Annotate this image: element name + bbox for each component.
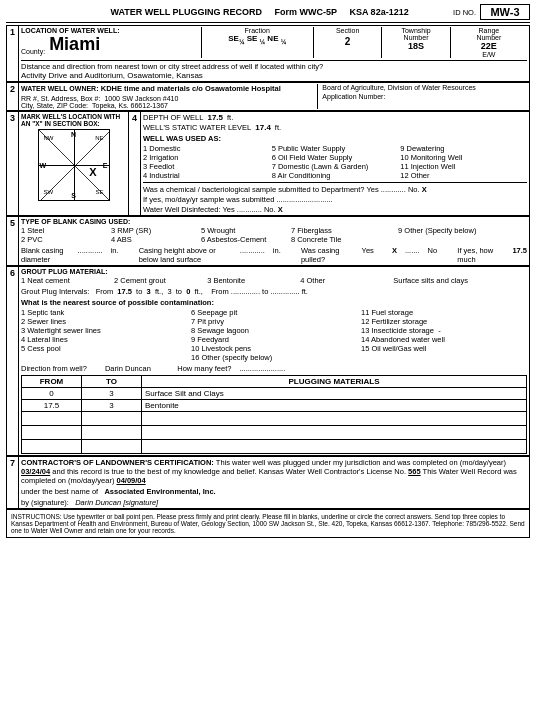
interval-to3: to <box>262 287 268 296</box>
section2-num: 2 <box>7 83 19 111</box>
static-unit: ft. <box>275 123 281 132</box>
section3-content: MARK WELL'S LOCATION WITH AN "X" IN SECT… <box>19 112 129 216</box>
chemical-yes: Yes <box>366 185 378 194</box>
blank-casing-in: in. <box>111 246 119 255</box>
if-yes-label: If yes, how much <box>457 246 494 264</box>
board-label: Board of Agriculture, Division of Water … <box>322 84 527 91</box>
was-pulled-label: Was casing pulled? <box>301 246 344 264</box>
interval-to: to <box>136 287 142 296</box>
col-material: PLUGGING MATERIALS <box>142 376 527 388</box>
intervals-label: Grout Plug Intervals: <box>21 287 89 296</box>
plugging-row-4 <box>22 426 527 440</box>
static-value: 17.4 <box>255 123 271 132</box>
casing-7: 4 ABS <box>111 235 197 244</box>
casing-2: 3 RMP (SR) <box>111 226 197 235</box>
cont-9: 9 Feedyard <box>191 335 357 344</box>
use-7: 7 Domestic (Lawn & Garden) <box>272 162 399 171</box>
disinfected-row: Water Well Disinfected: Yes ............… <box>143 205 527 214</box>
distance-label: Distance and direction from nearest town… <box>21 62 323 71</box>
cont-10: 10 Livestock pens <box>191 344 357 353</box>
footer-instructions: INSTRUCTIONS: Use typewriter or ball poi… <box>6 509 530 538</box>
row4-to <box>82 426 142 440</box>
grout-5: Surface silts and clays <box>393 276 527 285</box>
use-9: 9 Dewatering <box>400 144 527 153</box>
cert-text1: This water well was plugged under my jur… <box>216 458 506 467</box>
use-3: 3 Feedlot <box>143 162 270 171</box>
casing-6: 2 PVC <box>21 235 107 244</box>
range-number: Number <box>454 34 524 41</box>
id-value: MW-3 <box>480 4 530 20</box>
section1-num: 1 <box>7 26 19 82</box>
use-12: 12 Other <box>400 171 527 180</box>
cert-text2: and this record is true to the best of m… <box>52 467 406 476</box>
page-header: WATER WELL PLUGGING RECORD Form WWC-5P K… <box>6 4 530 23</box>
distance-value: Activity Drive and Auditorium, Osawatomi… <box>21 71 527 80</box>
ifyes-label: If yes, mo/day/yr sample was submitted <box>143 195 274 204</box>
cont-1: 1 Septic tank <box>21 308 187 317</box>
cont-4: 4 Lateral lines <box>21 335 187 344</box>
use-11: 11 Injection Well <box>400 162 527 171</box>
grout-4: 4 Other <box>300 276 389 285</box>
cont-7: 7 Pit privy <box>191 317 357 326</box>
section7-content: CONTRACTOR'S OF LANDOWNER'S CERTIFICATIO… <box>19 457 530 509</box>
section2-label: WATER WELL OWNER: <box>21 85 99 92</box>
city-label: City, State, ZIP Code: <box>21 102 88 109</box>
section4-num: 4 <box>129 112 141 216</box>
chemical-no: No. <box>408 185 420 194</box>
compass-SE: SE <box>95 189 103 195</box>
fraction-display: SE¼ SE ¼ NE ¼ <box>205 34 310 45</box>
id-label: ID NO. <box>453 8 476 17</box>
ifyes-row: If yes, mo/day/yr sample was submitted .… <box>143 195 527 204</box>
rr-value: 1000 SW Jackson #410 <box>104 95 178 102</box>
howmany-label: How many feet? <box>177 364 231 373</box>
section34-table: 3 MARK WELL'S LOCATION WITH AN "X" IN SE… <box>6 111 530 216</box>
contamination-label: What is the nearest source of possible c… <box>21 298 527 307</box>
county-label: County: <box>21 48 45 55</box>
section2-table: 2 WATER WELL OWNER: KDHE time and materi… <box>6 82 530 111</box>
instructions-text: INSTRUCTIONS: Use typewriter or ball poi… <box>11 513 525 534</box>
county-value: Miami <box>49 34 100 55</box>
section7-label: CONTRACTOR'S OF LANDOWNER'S CERTIFICATIO… <box>21 458 214 467</box>
section7-table: 7 CONTRACTOR'S OF LANDOWNER'S CERTIFICAT… <box>6 456 530 509</box>
row1-material: Surface Silt and Clays <box>142 388 527 400</box>
cert-license: 565 <box>408 467 421 476</box>
used-label: WELL WAS USED AS: <box>143 134 527 143</box>
cont-13: 13 Insecticide storage - <box>361 326 527 335</box>
ksa-number: KSA 82a-1212 <box>349 7 408 17</box>
form-title: WATER WELL PLUGGING RECORD <box>110 7 262 17</box>
interval-to2: to <box>176 287 182 296</box>
row3-to <box>82 412 142 426</box>
section1-content: LOCATION OF WATER WELL: County: Miami Fr… <box>19 26 530 82</box>
section1-table: 1 LOCATION OF WATER WELL: County: Miami … <box>6 25 530 82</box>
use-5: 5 Public Water Supply <box>272 144 399 153</box>
cont-8: 8 Sewage lagoon <box>191 326 357 335</box>
use-2: 2 Irrigation <box>143 153 270 162</box>
range-num-val: 22E <box>454 41 524 51</box>
cont-14: 14 Abandoned water well <box>361 335 527 344</box>
section-label-hdr: Section <box>317 27 378 34</box>
section5-label: TYPE OF BLANK CASING USED: <box>21 218 527 225</box>
cont-2: 2 Sewer lines <box>21 317 187 326</box>
row2-from: 17.5 <box>22 400 82 412</box>
cont-5: 5 Cess pool <box>21 344 187 353</box>
plugging-row-1: 0 3 Surface Silt and Clays <box>22 388 527 400</box>
row1-from: 0 <box>22 388 82 400</box>
row4-from <box>22 426 82 440</box>
township-label: Township <box>385 27 446 34</box>
disinfected-yes: Yes <box>222 205 234 214</box>
section4-content: DEPTH OF WELL 17.5 ft. WELL'S STATIC WAT… <box>141 112 530 216</box>
row5-to <box>82 440 142 454</box>
grout-intervals: Grout Plug Intervals: From 17.5 to 3 ft.… <box>21 287 527 296</box>
depth-unit: ft. <box>227 113 233 122</box>
interval-from2-val: 3 <box>167 287 171 296</box>
casing-1: 1 Steel <box>21 226 107 235</box>
grout-2: 2 Cement grout <box>114 276 203 285</box>
plugging-row-2: 17.5 3 Bentonite <box>22 400 527 412</box>
direction-value: Darin Duncan <box>105 364 151 373</box>
section6-table: 6 GROUT PLUG MATERIAL: 1 Neat cement 2 C… <box>6 266 530 456</box>
form-number: Form WWC-5P <box>275 7 337 17</box>
range-ew: E/W <box>454 51 524 58</box>
signature-value: Darin Duncan [signature] <box>75 498 158 507</box>
cert-date2: 04/09/04 <box>116 476 145 485</box>
pulled-x: X <box>392 246 397 255</box>
